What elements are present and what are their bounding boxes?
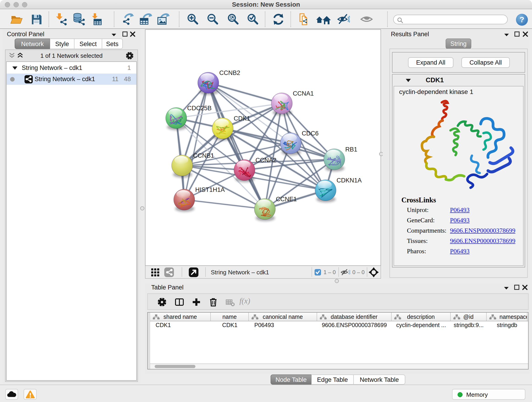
maximize-panel-icon[interactable] xyxy=(514,284,520,290)
network-canvas[interactable]: CCNB2CCNA1CDC25BCDK1CDC6RB1CCNB1CCNA2CDK… xyxy=(145,29,381,266)
table-cell[interactable]: stringdb:9... xyxy=(451,322,487,332)
column-header-name[interactable]: name xyxy=(211,313,249,321)
copy-button[interactable] xyxy=(297,13,310,26)
node-label: CCNA2 xyxy=(255,157,277,164)
float-panel-icon[interactable] xyxy=(111,32,117,37)
zoom-in-button[interactable] xyxy=(186,13,199,26)
table-cell[interactable]: CDK1 xyxy=(150,322,211,332)
hidden-eye-icon[interactable] xyxy=(341,269,350,276)
add-column-icon[interactable] xyxy=(192,298,201,307)
zoom-fit-button[interactable] xyxy=(227,13,240,26)
birdseye-crosshair-icon[interactable] xyxy=(369,267,379,277)
column-header--id[interactable]: @id xyxy=(451,313,487,321)
crosslink-link[interactable]: P06493 xyxy=(450,206,470,214)
horizontal-splitter-handle[interactable] xyxy=(335,279,339,283)
hide-selected-button[interactable] xyxy=(337,13,350,26)
collapse-all-button[interactable]: Collapse All xyxy=(462,57,510,68)
tab-sets[interactable]: Sets xyxy=(102,38,123,49)
crosslink-row: Tissues:9606.ENSP00000378699 xyxy=(401,235,436,245)
network-row-selected[interactable]: String Network – cdk1 11 48 xyxy=(7,74,136,85)
network-node[interactable]: HIST1H1A xyxy=(174,186,225,212)
selected-checkbox-icon[interactable] xyxy=(314,269,321,276)
column-header-canonical-name[interactable]: canonical name xyxy=(249,313,317,321)
network-node[interactable]: CDKN1A xyxy=(315,177,362,202)
import-network-from-file-button[interactable] xyxy=(55,13,68,26)
collection-expander-icon[interactable] xyxy=(12,66,18,70)
import-network-from-database-button[interactable] xyxy=(72,13,85,26)
grid-view-icon[interactable] xyxy=(151,268,160,277)
expand-all-button[interactable]: Expand All xyxy=(408,57,453,68)
close-panel-icon[interactable] xyxy=(522,31,528,37)
tab-network-table[interactable]: Network Table xyxy=(354,375,405,385)
network-node[interactable]: CCNA1 xyxy=(271,90,314,115)
table-cell[interactable]: P06493 xyxy=(249,322,317,332)
crosslink-link[interactable]: 9606.ENSP00000378699 xyxy=(450,227,515,234)
string-results-container: Expand All Collapse All CDK1 cyclin-depe… xyxy=(389,49,528,278)
column-header-namespace[interactable]: namespace xyxy=(487,313,527,321)
refresh-button[interactable] xyxy=(272,13,285,26)
tab-select[interactable]: Select xyxy=(74,38,102,49)
column-header-database-identifier[interactable]: database identifier xyxy=(317,313,392,321)
open-in-window-icon[interactable] xyxy=(189,268,198,277)
left-splitter-handle[interactable] xyxy=(140,206,144,211)
maximize-panel-icon[interactable] xyxy=(122,31,128,37)
network-selection-bar: 1 of 1 Network selected xyxy=(6,50,138,61)
toolbar-separator xyxy=(205,267,206,277)
float-panel-icon[interactable] xyxy=(504,32,510,37)
close-panel-icon[interactable] xyxy=(130,31,136,37)
birdseye-share-icon[interactable] xyxy=(164,268,174,277)
close-panel-icon[interactable] xyxy=(522,284,528,290)
node-label: RB1 xyxy=(345,146,357,153)
maximize-panel-icon[interactable] xyxy=(514,31,520,37)
table-cell[interactable]: cyclin-dependent ... xyxy=(392,322,451,332)
crosslink-link[interactable]: 9606.ENSP00000378699 xyxy=(450,237,515,245)
export-table-button[interactable] xyxy=(139,13,152,26)
crosslink-link[interactable]: P06493 xyxy=(450,217,470,224)
network-node[interactable]: RB1 xyxy=(324,146,357,172)
network-collection-row[interactable]: String Network – cdk1 1 xyxy=(7,62,136,74)
help-button[interactable]: ? xyxy=(516,14,528,26)
string-home-button[interactable] xyxy=(316,13,331,26)
open-session-button[interactable] xyxy=(10,13,23,26)
table-cell[interactable]: CDK1 xyxy=(211,322,249,332)
function-builder-icon[interactable]: f(x) xyxy=(239,297,250,305)
save-session-button[interactable] xyxy=(30,13,43,26)
memory-status-dot xyxy=(457,392,462,397)
cloud-status-button[interactable] xyxy=(5,389,18,400)
network-options-gear-icon[interactable] xyxy=(126,52,133,60)
float-panel-icon[interactable] xyxy=(503,286,509,290)
node-label: CDC6 xyxy=(302,130,319,137)
search-input[interactable] xyxy=(405,16,506,23)
warnings-button[interactable] xyxy=(24,389,37,400)
column-header-shared-name[interactable]: shared name xyxy=(150,313,211,321)
network-edge[interactable] xyxy=(184,83,208,200)
tab-string[interactable]: String xyxy=(446,38,471,49)
show-all-button[interactable] xyxy=(360,13,373,26)
network-edge[interactable] xyxy=(184,200,265,209)
import-table-from-file-button[interactable] xyxy=(90,13,103,26)
search-box[interactable] xyxy=(393,15,508,24)
table-options-gear-icon[interactable] xyxy=(157,298,167,307)
table-cell[interactable]: stringdb xyxy=(487,322,527,332)
tab-network[interactable]: Network xyxy=(15,38,50,49)
export-network-button[interactable] xyxy=(121,13,134,26)
tab-edge-table[interactable]: Edge Table xyxy=(311,375,354,385)
export-image-button[interactable] xyxy=(157,13,170,26)
column-header-description[interactable]: description xyxy=(392,313,451,321)
delete-table-icon[interactable] xyxy=(226,298,235,307)
show-columns-icon[interactable] xyxy=(175,298,184,307)
table-horizontal-scrollbar[interactable] xyxy=(150,364,528,369)
network-view-title: String Network – cdk1 xyxy=(211,269,269,276)
crosslink-link[interactable]: P06493 xyxy=(450,248,470,255)
scrollbar-thumb[interactable] xyxy=(155,365,196,368)
section-expander-icon[interactable] xyxy=(405,78,412,83)
zoom-selected-button[interactable] xyxy=(247,13,259,26)
tab-node-table[interactable]: Node Table xyxy=(271,375,311,385)
delete-column-icon[interactable] xyxy=(209,298,218,307)
table-cell[interactable]: 9606.ENSP00000378699 xyxy=(317,322,392,332)
memory-button[interactable]: Memory xyxy=(452,389,525,400)
network-node[interactable]: CCNE1 xyxy=(254,196,297,221)
tab-style[interactable]: Style xyxy=(50,38,74,49)
zoom-out-button[interactable] xyxy=(206,13,219,26)
node-section-header[interactable]: CDK1 xyxy=(393,75,525,86)
